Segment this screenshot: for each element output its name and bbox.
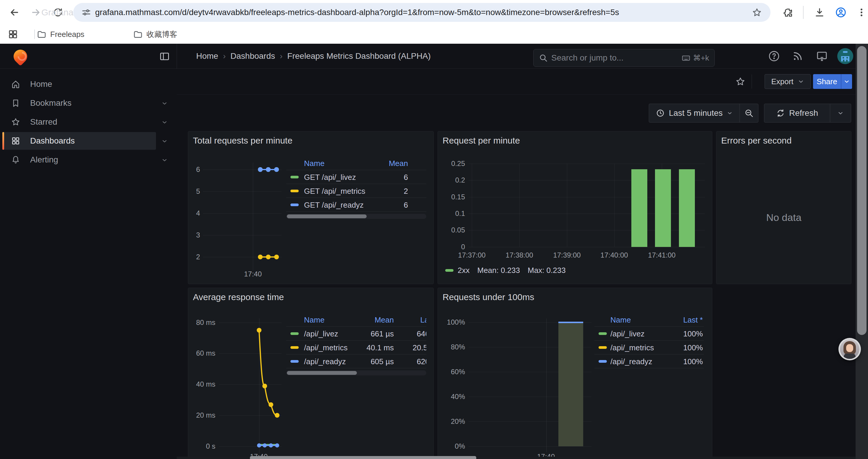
- horizontal-scrollbar-thumb[interactable]: [250, 456, 476, 459]
- refresh-interval-button[interactable]: [830, 104, 851, 122]
- legend-value: 605 µs: [370, 357, 394, 366]
- legend-series-name[interactable]: /api/_readyz: [610, 357, 652, 366]
- x-axis-tick: 17:40:00: [600, 251, 628, 260]
- search-shortcut: ⌘+k: [681, 53, 709, 63]
- browser-menu-icon[interactable]: [855, 6, 868, 19]
- no-data-text: No data: [716, 212, 851, 223]
- dashboard-subheader: [177, 68, 856, 95]
- legend-row: GET /api/_readyz6: [286, 198, 426, 211]
- data-point: [257, 328, 261, 333]
- gridline-v: [519, 164, 520, 247]
- zoom-out-button[interactable]: [740, 104, 758, 122]
- legend-series-name[interactable]: /api/_readyz: [304, 357, 346, 366]
- series-swatch: [290, 203, 299, 206]
- sidebar-item-bookmarks[interactable]: Bookmarks: [0, 94, 177, 112]
- legend-max: Max: 0.233: [528, 266, 566, 275]
- bookmarks-divider: [34, 30, 35, 39]
- bookmark-star-icon[interactable]: [752, 7, 762, 18]
- legend-series-name[interactable]: GET /api/_metrics: [304, 187, 366, 196]
- breadcrumb-item[interactable]: Dashboards: [230, 52, 275, 61]
- site-settings-icon[interactable]: [81, 7, 92, 18]
- kiosk-monitor-icon[interactable]: [815, 50, 829, 63]
- bookmark-icon: [11, 98, 21, 108]
- y-axis-tick: 100%: [438, 318, 465, 327]
- download-icon[interactable]: [813, 6, 826, 19]
- y-axis-tick: 60 ms: [188, 349, 215, 358]
- chevron-down-icon[interactable]: [161, 138, 168, 145]
- legend-item[interactable]: 2xx: [445, 266, 469, 275]
- x-axis-tick: 17:41:00: [648, 251, 675, 260]
- y-axis-tick: 6: [188, 165, 200, 174]
- share-button[interactable]: Share: [813, 74, 841, 89]
- panel-total-requests: Total requests per minute 6543217:40 Nam…: [188, 131, 434, 284]
- chevron-down-icon[interactable]: [161, 100, 168, 108]
- time-range-picker[interactable]: Last 5 minutes: [649, 104, 740, 122]
- legend-scrollbar[interactable]: [286, 214, 426, 219]
- search-input[interactable]: [551, 53, 678, 63]
- sidebar-toggle-icon[interactable]: [159, 51, 170, 63]
- chevron-down-icon: [837, 110, 844, 117]
- profile-icon[interactable]: [834, 6, 847, 19]
- sidebar: HomeBookmarksStarredDashboardsAlerting: [0, 68, 177, 459]
- sidebar-item-starred[interactable]: Starred: [0, 112, 177, 131]
- legend-scrollbar-thumb[interactable]: [287, 371, 357, 375]
- legend-series-name[interactable]: /api/_livez: [304, 329, 338, 338]
- legend-series-name[interactable]: /api/_metrics: [610, 343, 654, 352]
- export-button[interactable]: Export: [765, 74, 811, 89]
- gridline-v: [472, 164, 472, 247]
- legend-value: 6: [404, 173, 408, 182]
- url-input[interactable]: [92, 8, 752, 17]
- legend-scrollbar[interactable]: [286, 370, 426, 375]
- chevron-down-icon[interactable]: [161, 119, 168, 127]
- apps-grid-icon[interactable]: [8, 29, 18, 41]
- extensions-icon[interactable]: [782, 6, 795, 19]
- series-swatch: [598, 360, 607, 363]
- vertical-scrollbar-thumb[interactable]: [857, 46, 867, 335]
- panel-average-response-time: Average response time 80 ms60 ms40 ms20 …: [188, 288, 434, 459]
- sidebar-item-alerting[interactable]: Alerting: [0, 150, 177, 169]
- header-divider: [177, 44, 177, 68]
- legend-series-name[interactable]: GET /api/_livez: [304, 173, 356, 182]
- share-menu-button[interactable]: [841, 74, 852, 89]
- panel-title[interactable]: Errors per second: [721, 136, 792, 145]
- sidebar-item-dashboards[interactable]: Dashboards: [0, 131, 177, 150]
- y-axis-tick: 4: [188, 209, 200, 218]
- refresh-button[interactable]: Refresh: [764, 104, 830, 122]
- legend-value: 100%: [683, 329, 703, 338]
- data-point: [266, 255, 271, 259]
- y-axis-tick: 2: [188, 253, 200, 261]
- series-swatch: [290, 190, 299, 192]
- legend-value: 646 µs: [416, 329, 426, 338]
- chevron-down-icon[interactable]: [161, 157, 168, 165]
- favorite-star-icon[interactable]: [735, 76, 746, 88]
- legend-series-name[interactable]: /api/_metrics: [304, 343, 347, 352]
- legend-series-name[interactable]: GET /api/_readyz: [304, 201, 364, 210]
- sidebar-item-home[interactable]: Home: [0, 75, 177, 94]
- url-bar[interactable]: [73, 3, 771, 22]
- data-point: [274, 255, 279, 259]
- series-line: [259, 445, 277, 446]
- news-rss-icon[interactable]: [791, 50, 804, 63]
- panel-errors-per-second: Errors per second No data: [716, 131, 851, 284]
- gridline-h: [469, 446, 591, 447]
- gridline-h: [219, 323, 282, 323]
- series-swatch: [290, 176, 299, 178]
- toolbar-divider: [803, 6, 804, 19]
- legend-row: /api/_readyz605 µs620 µs: [286, 354, 426, 368]
- breadcrumb-item: Freeleaps Metrics Dashboard (ALPHA): [287, 52, 431, 61]
- legend-row: /api/_metrics100%: [594, 340, 704, 354]
- search-box[interactable]: ⌘+k: [533, 49, 715, 67]
- gridline-h: [203, 191, 282, 192]
- forward-icon[interactable]: [30, 6, 42, 19]
- assistant-avatar-button[interactable]: [838, 338, 861, 360]
- series-swatch: [598, 332, 607, 335]
- user-avatar[interactable]: [837, 48, 853, 64]
- time-range-label: Last 5 minutes: [669, 108, 723, 118]
- legend-table: NameMeanGET /api/_livez6GET /api/_metric…: [286, 157, 426, 219]
- back-icon[interactable]: [8, 6, 21, 19]
- legend-series-name[interactable]: /api/_livez: [610, 329, 645, 338]
- help-icon[interactable]: [768, 50, 780, 63]
- legend-scrollbar-thumb[interactable]: [287, 215, 367, 218]
- legend-value: 40.1 ms: [367, 343, 394, 352]
- breadcrumb-item[interactable]: Home: [196, 52, 218, 61]
